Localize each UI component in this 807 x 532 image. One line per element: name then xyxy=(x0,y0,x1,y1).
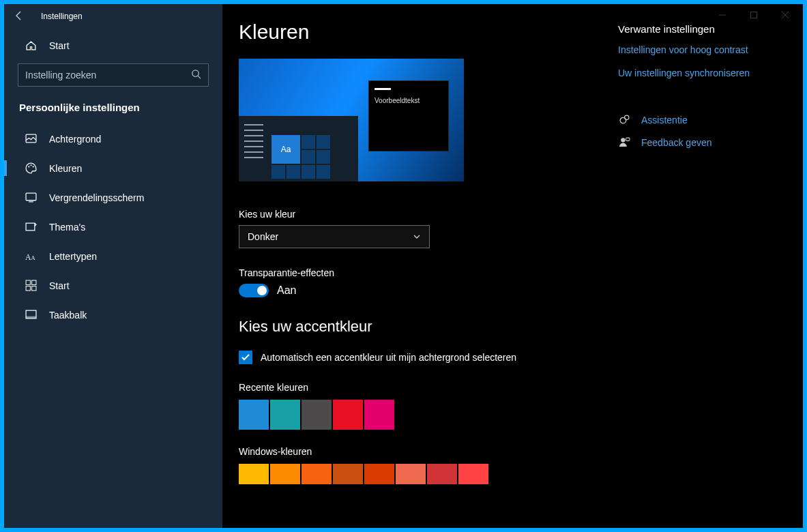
recent-color-swatch[interactable] xyxy=(270,400,300,430)
svg-point-17 xyxy=(624,115,628,119)
sidebar-item-label: Kleuren xyxy=(49,163,82,174)
taakbalk-icon xyxy=(25,309,37,321)
related-heading: Verwante instellingen xyxy=(618,23,782,35)
recent-color-swatch[interactable] xyxy=(333,400,363,430)
back-icon[interactable] xyxy=(14,10,25,23)
transparency-label: Transparantie-effecten xyxy=(239,267,588,278)
windows-colors-label: Windows-kleuren xyxy=(239,446,588,457)
recent-color-swatch[interactable] xyxy=(239,400,269,430)
svg-rect-10 xyxy=(26,280,30,284)
svg-rect-15 xyxy=(26,316,36,319)
windows-color-swatch[interactable] xyxy=(302,464,332,484)
preview-startmenu: Aa xyxy=(239,116,358,181)
preview-sample-text: Voorbeeldtekst xyxy=(375,97,420,104)
search-icon xyxy=(191,69,201,81)
transparency-toggle[interactable] xyxy=(239,284,269,297)
vergrendelingsscherm-icon xyxy=(25,192,37,203)
maximize-button[interactable] xyxy=(739,5,769,25)
home-icon xyxy=(25,40,37,51)
sidebar-item-achtergrond[interactable]: Achtergrond xyxy=(4,124,222,153)
color-mode-select[interactable]: Donker xyxy=(239,225,430,248)
related-panel: Verwante instellingen Instellingen voor … xyxy=(604,4,795,528)
sidebar-item-lettertypen[interactable]: AALettertypen xyxy=(4,241,222,271)
svg-point-5 xyxy=(32,166,33,167)
sidebar-item-vergrendelingsscherm[interactable]: Vergrendelingsscherm xyxy=(4,183,222,212)
sidebar-item-label: Lettertypen xyxy=(49,251,97,262)
preview-pane: Aa Voorbeeldtekst xyxy=(239,59,464,181)
content: Kleuren Aa Voorbeeldtekst Kies uw kle xyxy=(222,4,604,528)
minimize-button[interactable] xyxy=(707,5,737,25)
svg-point-3 xyxy=(28,166,29,167)
sidebar-item-themas[interactable]: Thema's xyxy=(4,212,222,241)
svg-rect-12 xyxy=(26,286,30,291)
recent-colors-label: Recente kleuren xyxy=(239,382,588,393)
windows-color-swatch[interactable] xyxy=(396,464,426,484)
feedback-link[interactable]: Feedback geven xyxy=(618,136,782,148)
lettertypen-icon: AA xyxy=(25,250,37,262)
color-mode-label: Kies uw kleur xyxy=(239,209,588,220)
svg-rect-0 xyxy=(751,12,757,18)
help-link[interactable]: Assistentie xyxy=(618,114,782,125)
home-label: Start xyxy=(49,40,70,51)
sidebar: Instellingen Start Persoonlijke instelli… xyxy=(4,4,222,528)
search-field[interactable] xyxy=(25,70,191,80)
recent-color-swatch[interactable] xyxy=(302,400,332,430)
sidebar-nav: AchtergrondKleurenVergrendelingsschermTh… xyxy=(4,124,222,329)
main: Kleuren Aa Voorbeeldtekst Kies uw kle xyxy=(222,4,803,528)
auto-accent-label: Automatisch een accentkleur uit mijn ach… xyxy=(261,352,516,363)
sidebar-item-label: Taakbalk xyxy=(49,310,87,321)
svg-rect-6 xyxy=(26,193,36,201)
windows-color-swatch[interactable] xyxy=(364,464,394,484)
sidebar-item-label: Vergrendelingsscherm xyxy=(49,192,144,203)
windows-color-swatch[interactable] xyxy=(458,464,488,484)
feedback-label: Feedback geven xyxy=(641,137,712,148)
windows-colors xyxy=(239,464,588,484)
transparency-state: Aan xyxy=(277,284,296,297)
windows-color-swatch[interactable] xyxy=(427,464,457,484)
svg-point-18 xyxy=(621,138,625,142)
svg-text:A: A xyxy=(31,254,35,261)
auto-accent-checkbox[interactable] xyxy=(239,351,252,364)
titlebar: Instellingen xyxy=(4,4,222,29)
help-icon xyxy=(618,114,630,125)
accent-heading: Kies uw accentkleur xyxy=(239,318,588,336)
svg-rect-19 xyxy=(626,138,629,141)
svg-rect-13 xyxy=(31,286,35,291)
recent-colors xyxy=(239,400,588,430)
preview-tile-aa: Aa xyxy=(272,135,300,164)
sidebar-item-label: Achtergrond xyxy=(49,134,101,145)
app-title: Instellingen xyxy=(41,12,83,21)
window-controls xyxy=(707,5,800,25)
sidebar-section-title: Persoonlijke instellingen xyxy=(4,99,222,124)
help-label: Assistentie xyxy=(641,115,688,125)
svg-rect-7 xyxy=(26,223,35,231)
page-title: Kleuren xyxy=(239,20,588,44)
home-button[interactable]: Start xyxy=(4,29,222,61)
link-high-contrast[interactable]: Instellingen voor hoog contrast xyxy=(618,44,782,55)
svg-point-1 xyxy=(192,70,199,76)
close-button[interactable] xyxy=(770,5,800,25)
sidebar-item-taakbalk[interactable]: Taakbalk xyxy=(4,300,222,329)
feedback-icon xyxy=(618,136,630,148)
achtergrond-icon xyxy=(25,133,37,145)
sidebar-item-label: Thema's xyxy=(49,222,85,233)
link-sync-settings[interactable]: Uw instellingen synchroniseren xyxy=(618,68,782,78)
themas-icon xyxy=(25,221,37,233)
chevron-down-icon xyxy=(413,233,421,241)
color-mode-value: Donker xyxy=(248,231,278,242)
svg-rect-11 xyxy=(31,280,35,284)
windows-color-swatch[interactable] xyxy=(333,464,363,484)
windows-color-swatch[interactable] xyxy=(239,464,269,484)
preview-window: Voorbeeldtekst xyxy=(368,80,449,151)
search-input[interactable] xyxy=(18,63,209,87)
settings-window: Instellingen Start Persoonlijke instelli… xyxy=(4,4,803,528)
start-icon xyxy=(25,280,37,291)
sidebar-item-start[interactable]: Start xyxy=(4,271,222,300)
kleuren-icon xyxy=(25,162,37,174)
svg-point-4 xyxy=(30,164,31,166)
sidebar-item-label: Start xyxy=(49,280,70,291)
sidebar-item-kleuren[interactable]: Kleuren xyxy=(4,153,222,183)
windows-color-swatch[interactable] xyxy=(270,464,300,484)
recent-color-swatch[interactable] xyxy=(364,400,394,430)
